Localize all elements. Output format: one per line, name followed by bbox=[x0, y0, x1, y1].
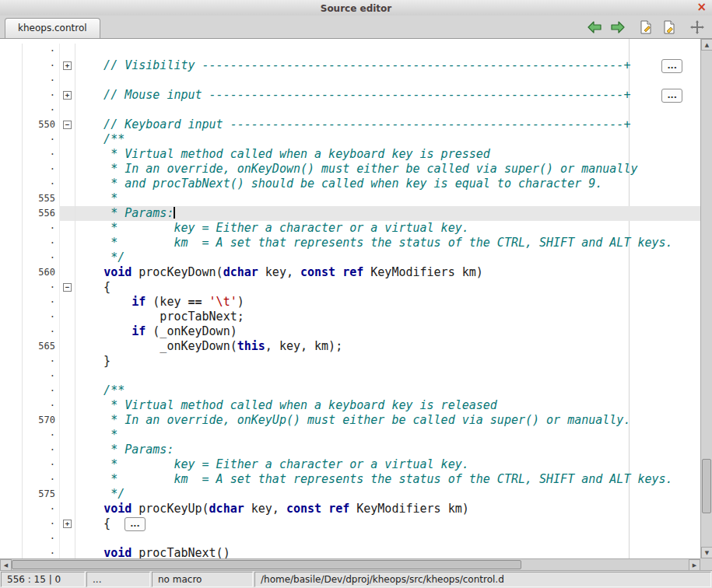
code-text[interactable] bbox=[75, 531, 700, 546]
fold-column bbox=[59, 354, 75, 369]
line-number: · bbox=[23, 73, 59, 88]
code-text[interactable]: // Mouse input -------------------------… bbox=[75, 88, 700, 103]
editor[interactable]: ··+ // Visibility ----------------------… bbox=[0, 39, 700, 558]
horizontal-scrollbar[interactable]: ◀ ▶ bbox=[0, 558, 700, 570]
code-text[interactable]: void procTabNext() bbox=[75, 546, 700, 558]
code-line: · bbox=[0, 369, 700, 383]
code-segment: if bbox=[132, 324, 146, 338]
caret-position: 556 : 15 | 0 bbox=[1, 572, 85, 587]
code-line: · bbox=[0, 103, 700, 117]
vertical-scrollbar[interactable]: ▲ ▼ bbox=[700, 39, 712, 558]
close-button[interactable]: × bbox=[696, 0, 707, 15]
scroll-left-button[interactable]: ◀ bbox=[0, 559, 12, 571]
folded-code-ellipsis[interactable]: ... bbox=[125, 517, 146, 531]
code-text[interactable]: * Params: bbox=[75, 443, 700, 457]
code-segment: { bbox=[75, 280, 110, 294]
code-line: ·+ {... bbox=[0, 516, 700, 531]
line-number: · bbox=[23, 103, 59, 117]
horizontal-scroll-thumb[interactable] bbox=[12, 560, 521, 569]
code-text[interactable]: * In an override, onKeyUp() must either … bbox=[75, 413, 700, 428]
code-segment: procKeyDown( bbox=[132, 265, 223, 279]
code-text[interactable]: * key = Either a character or a virtual … bbox=[75, 221, 700, 236]
code-text[interactable]: if (_onKeyDown) bbox=[75, 324, 700, 339]
code-line: 570 * In an override, onKeyUp() must eit… bbox=[0, 413, 700, 428]
code-text[interactable]: * In an override, onKeyDown() must eithe… bbox=[75, 162, 700, 177]
fold-expand-icon[interactable]: + bbox=[63, 61, 72, 70]
code-text[interactable]: /** bbox=[75, 383, 700, 398]
fold-column bbox=[59, 443, 75, 457]
code-text[interactable]: * Virtual method called when a keyboard … bbox=[75, 398, 700, 413]
scroll-down-button[interactable]: ▼ bbox=[701, 547, 712, 558]
code-text[interactable]: * and procTabNext() should be called whe… bbox=[75, 177, 700, 191]
fold-column bbox=[59, 206, 75, 221]
fold-collapse-icon[interactable]: − bbox=[63, 283, 72, 292]
code-text[interactable]: * Virtual method called when a keyboard … bbox=[75, 147, 700, 162]
code-text[interactable]: if (key == '\t') bbox=[75, 295, 700, 310]
code-text[interactable]: void procKeyDown(dchar key, const ref Ke… bbox=[75, 265, 700, 280]
code-segment: * km = A set that represents the status … bbox=[75, 472, 673, 486]
code-text[interactable] bbox=[75, 369, 700, 383]
line-number: · bbox=[23, 250, 59, 265]
gutter-edge bbox=[0, 428, 23, 443]
line-number: · bbox=[23, 310, 59, 324]
fold-column bbox=[59, 191, 75, 206]
code-text[interactable]: procTabNext; bbox=[75, 310, 700, 324]
fold-expand-icon[interactable]: + bbox=[63, 91, 72, 100]
code-text[interactable]: } bbox=[75, 354, 700, 369]
line-number: · bbox=[23, 88, 59, 103]
folded-code-ellipsis[interactable]: ... bbox=[661, 59, 682, 73]
code-segment bbox=[75, 502, 103, 516]
go-back-icon bbox=[587, 20, 602, 34]
line-number: 565 bbox=[23, 339, 59, 354]
go-back-button[interactable] bbox=[586, 19, 603, 36]
fold-column bbox=[59, 162, 75, 177]
code-text[interactable]: * km = A set that represents the status … bbox=[75, 236, 700, 250]
fold-collapse-icon[interactable]: − bbox=[63, 121, 72, 129]
folded-code-ellipsis[interactable]: ... bbox=[661, 89, 682, 103]
code-text[interactable]: { bbox=[75, 280, 700, 295]
go-forward-button[interactable] bbox=[609, 19, 626, 36]
gutter-edge bbox=[0, 295, 23, 310]
code-segment: { bbox=[75, 516, 110, 530]
code-line: · * Virtual method called when a keyboar… bbox=[0, 147, 700, 162]
code-text[interactable]: // Keyboard input ----------------------… bbox=[75, 117, 700, 132]
gutter-edge bbox=[0, 221, 23, 236]
line-number: · bbox=[23, 58, 59, 73]
code-text[interactable]: /** bbox=[75, 132, 700, 147]
code-text[interactable]: * Params: bbox=[75, 206, 700, 221]
fold-column: + bbox=[59, 88, 75, 103]
code-line: · if (key == '\t') bbox=[0, 295, 700, 310]
titlebar[interactable]: Source editor × bbox=[0, 0, 712, 16]
code-text[interactable]: * key = Either a character or a virtual … bbox=[75, 457, 700, 472]
document-button-1[interactable] bbox=[637, 19, 654, 36]
code-text[interactable]: _onKeyDown(this, key, km); bbox=[75, 339, 700, 354]
code-text[interactable]: * bbox=[75, 428, 700, 443]
fold-column: + bbox=[59, 58, 75, 73]
code-text[interactable]: * bbox=[75, 191, 700, 206]
gutter-edge bbox=[0, 236, 23, 250]
scroll-up-button[interactable]: ▲ bbox=[701, 39, 712, 51]
document-button-2[interactable] bbox=[661, 19, 678, 36]
code-line: · * and procTabNext() should be called w… bbox=[0, 177, 700, 191]
code-segment: * key = Either a character or a virtual … bbox=[75, 221, 469, 235]
code-text[interactable] bbox=[75, 73, 700, 88]
code-segment: ) bbox=[237, 295, 244, 309]
fold-column bbox=[59, 487, 75, 502]
code-line: 575 */ bbox=[0, 487, 700, 502]
code-text[interactable]: * km = A set that represents the status … bbox=[75, 472, 700, 487]
code-text[interactable] bbox=[75, 103, 700, 117]
code-text[interactable]: */ bbox=[75, 250, 700, 265]
detach-button[interactable] bbox=[689, 19, 706, 36]
left-arrow-icon: ◀ bbox=[4, 562, 8, 569]
code-text[interactable]: */ bbox=[75, 487, 700, 502]
tab-kheops-control[interactable]: kheops.control bbox=[5, 18, 100, 38]
code-text[interactable]: void procKeyUp(dchar key, const ref KeyM… bbox=[75, 502, 700, 516]
line-number: · bbox=[23, 531, 59, 546]
code-text[interactable]: // Visibility --------------------------… bbox=[75, 58, 700, 73]
vertical-scroll-thumb[interactable] bbox=[702, 459, 711, 513]
fold-expand-icon[interactable]: + bbox=[63, 520, 72, 528]
scroll-right-button[interactable]: ▶ bbox=[689, 559, 700, 571]
code-text[interactable]: {... bbox=[75, 516, 700, 531]
gutter-edge bbox=[0, 487, 23, 502]
code-text[interactable] bbox=[75, 44, 700, 58]
